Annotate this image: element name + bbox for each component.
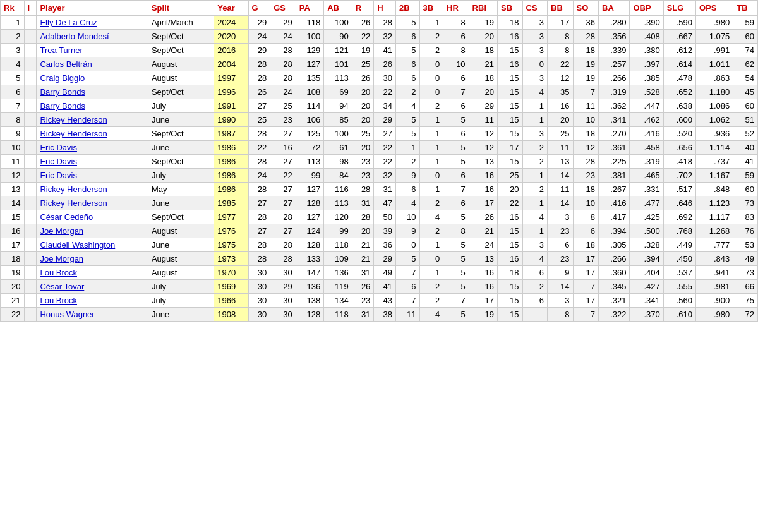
stat-cell: .980 [696,308,733,322]
stat-cell: 6 [395,57,419,71]
stat-cell: 6 [573,224,599,238]
stat-cell: .370 [630,308,663,322]
player-cell[interactable]: Lou Brock [37,266,148,280]
stat-cell [24,30,37,44]
stat-cell: 127 [296,210,323,224]
stat-cell: Sept/Oct [148,155,214,169]
stat-cell: 17 [573,294,599,308]
stat-cell: 59 [733,16,758,30]
stat-cell: 35 [548,85,574,99]
player-cell[interactable]: Joe Morgan [37,252,148,266]
stat-cell: 18 [498,16,523,30]
stat-cell: 22 [270,169,296,183]
stat-cell: 30 [270,294,296,308]
stat-cell: 25 [548,127,574,141]
player-cell[interactable]: Joe Morgan [37,224,148,238]
player-cell[interactable]: César Cedeño [37,210,148,224]
player-cell[interactable]: Trea Turner [37,44,148,57]
stat-cell: 1991 [214,99,248,113]
stat-cell [24,155,37,169]
stat-cell: .737 [696,155,733,169]
table-row: 13Rickey HendersonMay1986282712711628316… [1,183,758,196]
player-cell[interactable]: Eric Davis [37,141,148,155]
stat-cell: 16 [498,57,523,71]
table-row: 12Eric DavisJuly198624229984233290616251… [1,169,758,183]
stat-cell: .646 [663,196,695,210]
stat-cell: July [148,169,214,183]
col-bb: BB [548,1,574,16]
player-cell[interactable]: Eric Davis [37,169,148,183]
stat-cell: 5 [443,238,469,252]
stat-cell: 1 [419,155,443,169]
stat-cell: 32 [374,169,396,183]
player-cell[interactable]: Craig Biggio [37,71,148,85]
stat-cell: 1.167 [696,169,733,183]
col-pa: PA [296,1,323,16]
stat-cell: 41 [374,44,396,57]
stat-cell: 12 [469,127,497,141]
player-cell[interactable]: Adalberto Mondesí [37,30,148,44]
player-cell[interactable]: Barry Bonds [37,85,148,99]
stat-cell: 1.062 [696,113,733,127]
stat-cell: .385 [630,71,663,85]
player-cell[interactable]: Lou Brock [37,294,148,308]
stat-cell: 26 [352,280,374,294]
table-row: 19Lou BrockAugust19703030147136314971516… [1,266,758,280]
stat-cell: 28 [248,252,270,266]
stat-cell: 14 [548,169,574,183]
stat-cell: 136 [296,280,323,294]
player-cell[interactable]: Elly De La Cruz [37,16,148,30]
stat-cell: 15 [498,71,523,85]
stat-cell: 1.011 [696,57,733,71]
stat-cell: 18 [498,266,523,280]
stat-cell: 3 [522,238,548,252]
stat-cell: 118 [324,238,352,252]
stat-cell: 20 [352,99,374,113]
stat-cell: 39 [374,224,396,238]
stat-cell: 99 [324,224,352,238]
stat-cell: 29 [270,280,296,294]
stat-cell: .280 [599,16,630,30]
stat-cell: 17 [573,266,599,280]
stat-cell: 11 [469,113,497,127]
stat-cell: 7 [573,85,599,99]
stat-cell: 147 [296,266,323,280]
stat-cell: 26 [352,16,374,30]
stat-cell: 6 [395,280,419,294]
stat-cell: .614 [663,57,695,71]
stat-cell: .458 [630,141,663,155]
player-cell[interactable]: Rickey Henderson [37,113,148,127]
stat-cell: 30 [248,294,270,308]
stat-cell: 5 [443,141,469,155]
stat-cell: 27 [270,183,296,196]
stat-cell: 1 [419,141,443,155]
stat-cell: 20 [1,280,25,294]
stat-cell: 28 [270,44,296,57]
stat-cell: 41 [374,280,396,294]
player-cell[interactable]: Rickey Henderson [37,183,148,196]
player-cell[interactable]: Carlos Beltrán [37,57,148,71]
stat-cell: 10 [443,57,469,71]
stat-cell: 6 [395,71,419,85]
player-cell[interactable]: Claudell Washington [37,238,148,252]
stat-cell: 2020 [214,30,248,44]
player-cell[interactable]: Eric Davis [37,155,148,169]
stat-cell: 28 [573,155,599,169]
player-cell[interactable]: Barry Bonds [37,99,148,113]
stat-cell: .692 [663,210,695,224]
stat-cell: 12 [573,141,599,155]
stat-cell: 4 [395,99,419,113]
stat-cell: 1986 [214,141,248,155]
player-cell[interactable]: Honus Wagner [37,308,148,322]
stat-cell: 21 [352,252,374,266]
stat-cell [24,169,37,183]
player-cell[interactable]: Rickey Henderson [37,196,148,210]
stat-cell: 1 [419,238,443,252]
stat-cell: 1997 [214,71,248,85]
col-slg: SLG [663,1,695,16]
player-cell[interactable]: César Tovar [37,280,148,294]
player-cell[interactable]: Rickey Henderson [37,127,148,141]
stat-cell: 61 [324,141,352,155]
stat-cell: 30 [270,266,296,280]
stat-cell: 1973 [214,252,248,266]
